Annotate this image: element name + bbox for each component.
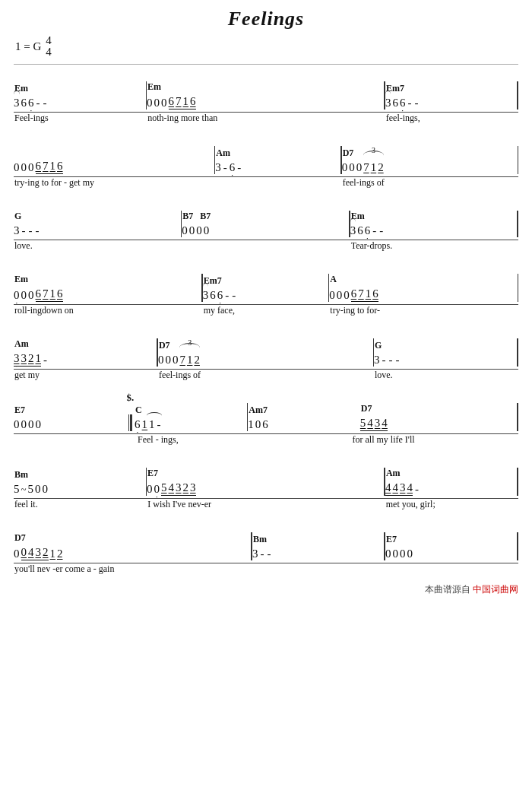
- notes-line-5: Am 3 3 2 1 - D7 0 0 0 7: [14, 323, 518, 370]
- lyrics-line-4: roll-ingdown on my face, try-ing to for-: [14, 305, 518, 317]
- lyric-14: feel-ings of: [158, 370, 372, 381]
- measure-11: Em7 3 6 6 - -: [203, 275, 328, 302]
- measure-20: Bm 5 ~ 5 0 0: [14, 469, 146, 496]
- arc-1: 3: [14, 97, 20, 110]
- chord-em7b: Em7: [203, 275, 328, 289]
- lyric-11: my face,: [203, 305, 328, 316]
- chord-em3: Em: [350, 211, 518, 224]
- note-group-21: 5 4 3 2 3: [161, 481, 196, 496]
- tied-note: 1: [149, 418, 155, 431]
- notes-7: 3 - - -: [14, 224, 181, 237]
- notes-22: 4 4 3 4 -: [385, 481, 518, 496]
- note-group-12: 6 7 1 6: [351, 287, 378, 302]
- lyrics-line-6: Feel - ings, for all my life I'll: [14, 434, 518, 446]
- measure-22: Am 4 4 3 4 -: [385, 468, 518, 496]
- notes-line-1: Em 3 6 6 - - Em 0 0 0 6 7 1: [14, 66, 518, 113]
- notes-3: 3 6 6 - -: [385, 97, 518, 110]
- chord-am: Am: [215, 148, 340, 161]
- lyric-1: Feel-ings: [14, 113, 146, 124]
- chord-g: G: [14, 211, 181, 224]
- chord-am2: Am: [14, 338, 157, 352]
- lyric-10: roll-ingdown on: [14, 305, 201, 316]
- notes-2: 0 0 0 6 7 1 6: [147, 95, 384, 110]
- bar-line: [517, 532, 518, 560]
- system-2: 0 0 0 6 7 1 6 Am 3 - 6 -: [14, 131, 518, 189]
- bar-line: [517, 338, 518, 367]
- lyric-9: Tear-drops.: [350, 240, 518, 252]
- system-8: D7 0 0 4 3 2 1 2 Bm 3 - -: [14, 517, 518, 576]
- bar-line: [517, 468, 518, 496]
- notes-21: 0 0 5 4 3 2 3: [147, 481, 384, 496]
- chord-bm: Bm: [14, 469, 146, 483]
- note-group-4: 6 7 1 6: [36, 160, 63, 174]
- bar-line: [517, 403, 518, 431]
- chord-b7: B7 B7: [182, 211, 349, 224]
- system-3: G 3 - - - B7 B7 0 0 0 0 Em 3: [14, 195, 518, 252]
- notes-12: 0 0 0 6 7 1 6: [329, 287, 517, 302]
- notes-13: 3 3 2 1 -: [14, 352, 157, 367]
- lyric-7: love.: [14, 240, 181, 252]
- measure-5: Am 3 - 6 -: [215, 148, 340, 174]
- notes-11: 3 6 6 - -: [203, 289, 328, 302]
- notes-line-3: G 3 - - - B7 B7 0 0 0 0 Em 3: [14, 195, 518, 240]
- notes-23: 0 0 4 3 2 1 2: [14, 546, 251, 560]
- measure-13: Am 3 3 2 1 -: [14, 338, 157, 367]
- chord-e7: E7: [14, 405, 126, 418]
- chord-g2: G: [374, 340, 517, 354]
- bar-line: [518, 146, 519, 174]
- chord-am3: Am: [385, 468, 518, 481]
- triplet-6: 7 1 2: [363, 161, 384, 174]
- measure-14: D7 0 0 0 7 1 2: [158, 340, 373, 367]
- measure-9: Em 3 6 6 - -: [350, 211, 518, 237]
- measure-8: B7 B7 0 0 0 0: [182, 211, 349, 237]
- lyrics-line-8: you'll nev -er come a - gain: [14, 563, 518, 576]
- lyric-2: noth-ing more than: [147, 113, 384, 124]
- system-5: Am 3 3 2 1 - D7 0 0 0 7: [14, 323, 518, 382]
- notes-19: 5 4 3 4: [360, 417, 518, 431]
- notes-17: 6 1 1 -: [135, 418, 247, 431]
- measure-3: Em7 3 6 6 - -: [385, 83, 518, 110]
- notes-9: 3 6 6 - -: [350, 224, 518, 237]
- lyric-3: feel-ings,: [385, 113, 518, 124]
- arc-9: 3: [350, 224, 356, 237]
- measure-7: G 3 - - -: [14, 211, 181, 237]
- system-4: Em 0 0 0 6 7 1 6 Em7 3 6 6: [14, 259, 518, 317]
- chord-d7c: D7: [360, 403, 518, 417]
- time-signature: 4 4: [46, 35, 52, 58]
- chord-e7c: E7: [385, 534, 518, 548]
- notes-14: 0 0 0 7 1 2: [158, 354, 373, 367]
- note-group-23b: 1 2: [50, 548, 63, 560]
- lyric-21: I wish I've nev-er: [147, 499, 384, 510]
- note-group-22: 4 4 3 4: [385, 481, 413, 496]
- notes-25: 0 0 0 0: [385, 548, 518, 560]
- lyric-6: feel-ings of: [342, 177, 518, 189]
- chord-a: A: [329, 274, 517, 287]
- measure-16: E7 0 0 0 0: [14, 405, 126, 431]
- notes-20: 5 ~ 5 0 0: [14, 483, 146, 496]
- lyric-12: try-ing to for-: [329, 305, 517, 316]
- measure-25: E7 0 0 0 0: [385, 534, 518, 560]
- key-label: 1 = G: [15, 40, 41, 53]
- key-signature: 1 = G 4 4: [15, 35, 518, 58]
- system-6: E7 0 0 0 0 $. C 6 1 1: [14, 388, 518, 446]
- lyric-22: met you, girl;: [385, 499, 518, 510]
- notes-line-4: Em 0 0 0 6 7 1 6 Em7 3 6 6: [14, 259, 518, 305]
- notes-24: 3 - -: [252, 548, 385, 560]
- lyric-4: try-ing to for - get my: [14, 177, 214, 189]
- bar-line: [518, 274, 519, 302]
- notes-8: 0 0 0 0: [182, 224, 349, 237]
- measure-17: C 6 1 1 -: [135, 405, 247, 431]
- bar-line: [517, 81, 518, 110]
- segno-bar: $.: [126, 414, 135, 431]
- note-group-23: 0 4 3 2: [21, 546, 49, 560]
- notes-line-6: E7 0 0 0 0 $. C 6 1 1: [14, 388, 518, 434]
- triplet-14: 7 1 2: [179, 354, 200, 367]
- chord-am7: Am7: [248, 405, 360, 418]
- chord-empty: [14, 146, 214, 160]
- lyric-23: you'll nev -er come a - gain: [14, 563, 251, 575]
- footer-text: 本曲谱源自: [425, 584, 470, 595]
- note-group-19: 5 4 3 4: [360, 417, 388, 431]
- chord-c: C: [135, 405, 247, 418]
- chord-e7b: E7: [147, 468, 384, 481]
- lyric-15: love.: [374, 370, 518, 381]
